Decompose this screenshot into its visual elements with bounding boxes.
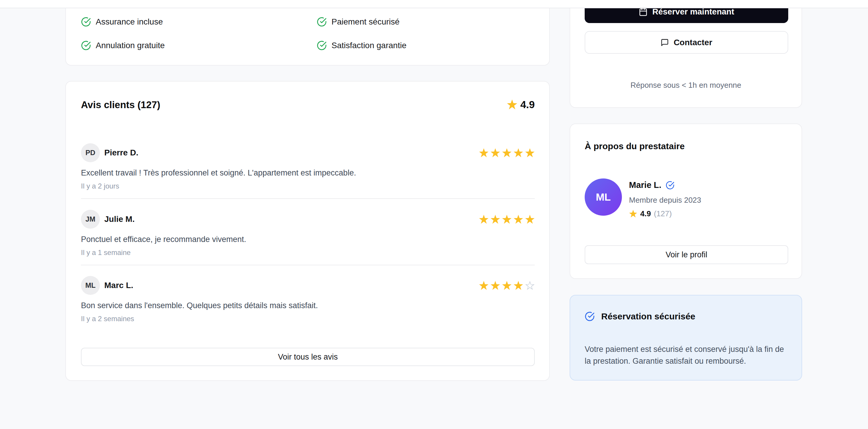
review-star-rating [479, 214, 535, 224]
avatar: PD [81, 143, 100, 162]
reviewer-name: Marc L. [104, 276, 133, 295]
provider-rating-count: (127) [654, 209, 672, 218]
star-filled-icon [479, 148, 489, 158]
shield-check-icon [585, 311, 595, 321]
avatar-initials: PD [85, 149, 95, 157]
avatar: JM [81, 210, 100, 229]
features-card: Assurance incluse Paiement sécurisé Annu… [65, 0, 550, 66]
view-profile-button[interactable]: Voir le profil [585, 245, 788, 264]
review-text: Ponctuel et efficace, je recommande vive… [81, 235, 535, 244]
divider [81, 265, 535, 265]
check-circle-icon [81, 40, 91, 51]
avatar: ML [81, 276, 100, 295]
reviews-title: Avis clients (127) [81, 99, 160, 111]
secure-title-row: Réservation sécurisée [585, 311, 695, 321]
provider-name-row: Marie L. [629, 180, 675, 190]
response-time-note: Réponse sous < 1h en moyenne [570, 81, 802, 90]
contact-button-label: Contacter [674, 38, 712, 47]
review-star-rating [479, 148, 535, 158]
secure-booking-card: Réservation sécurisée Votre paiement est… [569, 295, 802, 380]
feature-item: Satisfaction garantie [317, 40, 406, 51]
star-filled-icon [514, 281, 523, 290]
reviews-card: Avis clients (127) 4.9 PD Pierre D. Exce… [65, 81, 550, 381]
star-filled-icon [490, 214, 500, 224]
avatar-initials: ML [85, 281, 96, 289]
feature-item: Annulation gratuite [81, 40, 165, 51]
header-bar [0, 0, 868, 8]
feature-item: Paiement sécurisé [317, 17, 399, 27]
review-text: Bon service dans l'ensemble. Quelques pe… [81, 301, 535, 310]
provider-card-title: À propos du prestataire [585, 141, 685, 151]
avatar-initials: ML [596, 191, 611, 203]
review-time: Il y a 2 jours [81, 182, 119, 190]
provider-name: Marie L. [629, 180, 661, 190]
see-all-reviews-button[interactable]: Voir tous les avis [81, 348, 535, 366]
reserve-button-label: Réserver maintenant [652, 7, 734, 17]
star-empty-icon [525, 281, 535, 290]
calendar-icon [639, 7, 648, 16]
feature-label: Satisfaction garantie [332, 41, 406, 50]
overall-rating: 4.9 [507, 99, 535, 111]
star-filled-icon [502, 214, 512, 224]
provider-rating-value: 4.9 [640, 209, 651, 218]
secure-title: Réservation sécurisée [601, 311, 695, 321]
star-filled-icon [502, 281, 512, 290]
review-text: Excellent travail ! Très professionnel e… [81, 168, 535, 178]
message-icon [660, 38, 669, 47]
check-circle-icon [81, 17, 91, 27]
feature-item: Assurance incluse [81, 17, 163, 27]
star-filled-icon [525, 214, 535, 224]
feature-label: Annulation gratuite [96, 41, 165, 50]
star-filled-icon [514, 214, 523, 224]
provider-avatar: ML [585, 179, 622, 216]
feature-label: Assurance incluse [96, 17, 163, 27]
divider [81, 198, 535, 199]
review-star-rating [479, 281, 535, 290]
avatar-initials: JM [85, 215, 95, 223]
reviewer-name: Pierre D. [104, 143, 138, 162]
member-since: Membre depuis 2023 [629, 195, 701, 205]
provider-rating: 4.9 (127) [629, 209, 672, 218]
booking-card: Réserver maintenant Contacter Réponse so… [569, 0, 802, 108]
secure-body-text: Votre paiement est sécurisé et conservé … [585, 343, 787, 367]
star-filled-icon [629, 210, 637, 218]
star-filled-icon [525, 148, 535, 158]
star-filled-icon [502, 148, 512, 158]
verified-badge-icon [665, 181, 675, 190]
contact-button[interactable]: Contacter [585, 31, 788, 54]
review-time: Il y a 1 semaine [81, 248, 131, 257]
check-circle-icon [317, 17, 327, 27]
star-filled-icon [490, 281, 500, 290]
check-circle-icon [317, 40, 327, 51]
star-filled-icon [479, 214, 489, 224]
provider-card: À propos du prestataire ML Marie L. Memb… [569, 123, 802, 279]
star-filled-icon [479, 281, 489, 290]
feature-label: Paiement sécurisé [332, 17, 399, 27]
overall-rating-value: 4.9 [520, 99, 535, 111]
star-filled-icon [514, 148, 523, 158]
star-filled-icon [507, 99, 517, 110]
reviewer-name: Julie M. [104, 210, 135, 229]
star-filled-icon [490, 148, 500, 158]
review-time: Il y a 2 semaines [81, 315, 134, 323]
